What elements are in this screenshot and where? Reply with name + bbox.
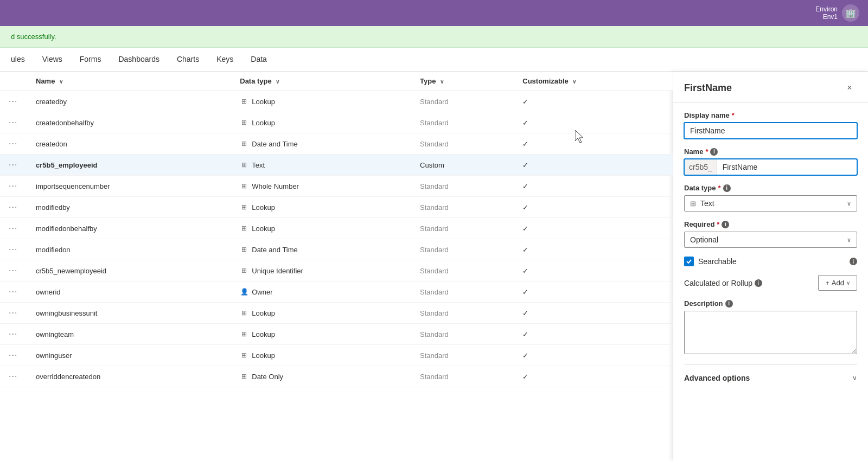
table-row[interactable]: ···cr5b5_newemployeeid ⊞ Unique Identifi… xyxy=(0,260,673,281)
row-menu-button[interactable]: ··· xyxy=(9,181,17,190)
close-panel-button[interactable]: × xyxy=(842,80,857,95)
tab-views[interactable]: Views xyxy=(40,48,65,71)
table-row[interactable]: ···modifiedon ⊞ Date and Time Standard✓ xyxy=(0,239,673,260)
tab-keys[interactable]: Keys xyxy=(214,48,235,71)
row-type: Standard xyxy=(420,246,449,254)
row-menu-button[interactable]: ··· xyxy=(9,202,17,212)
row-menu-button[interactable]: ··· xyxy=(9,372,17,381)
data-type-select-content: ⊞ Text xyxy=(690,199,714,208)
col-menu xyxy=(0,72,27,91)
env-icon[interactable]: 🏢 xyxy=(842,4,859,22)
customizable-check: ✓ xyxy=(522,161,528,169)
searchable-label: Searchable xyxy=(698,257,737,266)
advanced-options-row[interactable]: Advanced options ∨ xyxy=(684,372,857,385)
table-row[interactable]: ···createdon ⊞ Date and Time Standard✓ xyxy=(0,133,673,155)
row-menu-button[interactable]: ··· xyxy=(9,308,17,317)
tab-charts[interactable]: Charts xyxy=(175,48,201,71)
row-menu-button[interactable]: ··· xyxy=(9,245,17,254)
table-row[interactable]: ···ownerid 👤 Owner Standard✓ xyxy=(0,281,673,303)
tab-rules[interactable]: ules xyxy=(9,48,27,71)
table-row[interactable]: ···createdby ⊞ Lookup Standard✓ xyxy=(0,91,673,112)
row-datatype: ⊞ Lookup xyxy=(240,224,403,233)
datatype-icon: ⊞ xyxy=(240,224,248,233)
table-row[interactable]: ···modifiedonbehalfby ⊞ Lookup Standard✓ xyxy=(0,218,673,239)
row-name: ownerid xyxy=(36,288,61,296)
add-calc-button[interactable]: + Add ∨ xyxy=(818,275,857,291)
col-customizable[interactable]: Customizable ∨ xyxy=(514,72,673,91)
row-name: modifiedonbehalfby xyxy=(36,225,97,233)
row-menu-button[interactable]: ··· xyxy=(9,329,17,338)
customizable-check: ✓ xyxy=(522,225,528,233)
row-datatype: ⊞ Lookup xyxy=(240,330,403,338)
required-info-icon[interactable]: i xyxy=(722,221,729,228)
description-group: Description i xyxy=(684,299,857,356)
col-name[interactable]: Name ∨ xyxy=(27,72,231,91)
row-menu-button[interactable]: ··· xyxy=(9,139,17,148)
customizable-check: ✓ xyxy=(522,288,528,296)
tab-dashboards[interactable]: Dashboards xyxy=(116,48,162,71)
row-menu-button[interactable]: ··· xyxy=(9,287,17,296)
row-name: createdon xyxy=(36,140,67,148)
name-value[interactable]: FirstName xyxy=(717,159,857,175)
datatype-label: Lookup xyxy=(252,351,275,360)
table-row[interactable]: ···owninguser ⊞ Lookup Standard✓ xyxy=(0,345,673,366)
row-menu-button[interactable]: ··· xyxy=(9,350,17,360)
customizable-check: ✓ xyxy=(522,140,528,148)
col-type[interactable]: Type ∨ xyxy=(411,72,514,91)
name-prefix: cr5b5_ xyxy=(685,159,717,175)
row-menu-button[interactable]: ··· xyxy=(9,223,17,233)
row-type: Standard xyxy=(420,203,449,212)
row-type: Standard xyxy=(420,330,449,338)
table-row[interactable]: ···modifiedby ⊞ Lookup Standard✓ xyxy=(0,197,673,218)
datatype-label: Unique Identifier xyxy=(252,267,303,275)
name-info-icon[interactable]: i xyxy=(710,148,718,156)
searchable-row: Searchable i xyxy=(684,257,857,266)
success-message: d successfully. xyxy=(11,33,56,41)
row-menu-button[interactable]: ··· xyxy=(9,160,17,169)
top-bar: Environ Env1 🏢 xyxy=(0,0,868,26)
tab-data[interactable]: Data xyxy=(248,48,269,71)
table-row[interactable]: ···createdonbehalfby ⊞ Lookup Standard✓ xyxy=(0,112,673,133)
display-name-group: Display name * xyxy=(684,111,857,139)
main-content: Name ∨ Data type ∨ Type ∨ Customizable ∨ xyxy=(0,72,868,461)
required-select[interactable]: Optional ∨ xyxy=(684,232,857,248)
col-datatype[interactable]: Data type ∨ xyxy=(231,72,411,91)
datatype-icon: 👤 xyxy=(240,287,248,296)
row-menu-button[interactable]: ··· xyxy=(9,118,17,127)
table-row[interactable]: ···owningteam ⊞ Lookup Standard✓ xyxy=(0,324,673,345)
calc-info-icon[interactable]: i xyxy=(755,279,762,287)
table-row[interactable]: ···cr5b5_employeeid ⊞ Text Custom✓ xyxy=(0,155,673,176)
required-chevron: ∨ xyxy=(847,236,851,244)
name-input-wrapper: cr5b5_ FirstName xyxy=(684,159,857,175)
data-type-info-icon[interactable]: i xyxy=(723,184,731,192)
row-menu-button[interactable]: ··· xyxy=(9,266,17,275)
add-icon: + xyxy=(825,279,829,287)
datatype-icon: ⊞ xyxy=(240,118,248,127)
table-row[interactable]: ···overriddencreatedon ⊞ Date Only Stand… xyxy=(0,366,673,387)
row-menu-button[interactable]: ··· xyxy=(9,97,17,106)
calc-rollup-row: Calculated or Rollup i + Add ∨ xyxy=(684,275,857,291)
row-datatype: ⊞ Date Only xyxy=(240,372,403,381)
datatype-icon: ⊞ xyxy=(240,139,248,148)
row-type: Standard xyxy=(420,182,449,190)
customizable-check: ✓ xyxy=(522,98,528,106)
panel-header: FirstName × xyxy=(673,72,868,103)
tab-forms[interactable]: Forms xyxy=(78,48,104,71)
description-label: Description i xyxy=(684,299,857,308)
searchable-info-icon[interactable]: i xyxy=(850,258,857,265)
row-type: Standard xyxy=(420,288,449,296)
datatype-label: Date and Time xyxy=(252,246,298,254)
datatype-icon: ⊞ xyxy=(240,372,248,381)
display-name-input[interactable] xyxy=(684,123,857,139)
searchable-checkbox[interactable] xyxy=(684,257,694,266)
description-info-icon[interactable]: i xyxy=(725,300,733,308)
data-type-select[interactable]: ⊞ Text ∨ xyxy=(684,195,857,212)
datatype-icon: ⊞ xyxy=(240,203,248,212)
datatype-label: Lookup xyxy=(252,309,275,317)
table-row[interactable]: ···importsequencenumber ⊞ Whole Number S… xyxy=(0,176,673,197)
customizable-check: ✓ xyxy=(522,267,528,275)
table-row[interactable]: ···owningbusinessunit ⊞ Lookup Standard✓ xyxy=(0,303,673,324)
description-textarea[interactable] xyxy=(684,311,857,354)
row-name: owningteam xyxy=(36,330,74,338)
add-label: Add xyxy=(832,279,844,287)
